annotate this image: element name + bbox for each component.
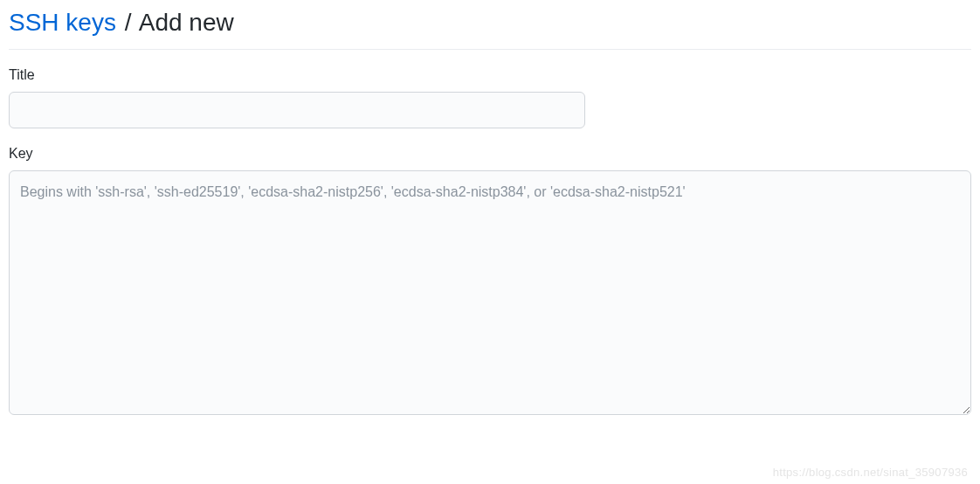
breadcrumb-separator: /: [125, 9, 132, 36]
breadcrumb-ssh-keys-link[interactable]: SSH keys: [9, 9, 116, 36]
title-field-group: Title: [9, 67, 971, 128]
breadcrumb-current: Add new: [139, 9, 234, 36]
key-textarea[interactable]: [9, 170, 971, 415]
title-label: Title: [9, 67, 971, 83]
key-field-group: Key: [9, 146, 971, 418]
breadcrumb: SSH keys / Add new: [9, 9, 971, 50]
title-input[interactable]: [9, 92, 585, 128]
key-label: Key: [9, 146, 971, 162]
